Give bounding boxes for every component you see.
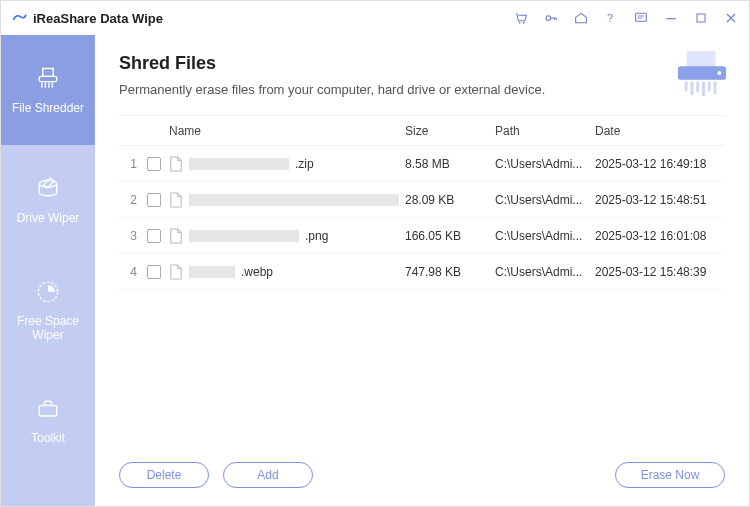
sidebar-item-file-shredder[interactable]: File Shredder: [1, 35, 95, 145]
free-space-wiper-icon: [34, 278, 62, 306]
footer-actions: Delete Add Erase Now: [119, 448, 725, 492]
file-suffix: .zip: [295, 157, 314, 171]
file-suffix: .webp: [241, 265, 273, 279]
svg-rect-4: [636, 13, 647, 21]
file-shredder-icon: [34, 65, 62, 93]
home-icon[interactable]: [573, 10, 589, 26]
row-name: .zip: [165, 156, 405, 172]
feedback-icon[interactable]: [633, 10, 649, 26]
file-icon: [169, 264, 183, 280]
sidebar-item-drive-wiper[interactable]: Drive Wiper: [1, 145, 95, 255]
svg-text:?: ?: [607, 12, 613, 24]
cart-icon[interactable]: [513, 10, 529, 26]
sidebar: File Shredder Drive Wiper Free Space Wip…: [1, 35, 95, 506]
row-size: 8.58 MB: [405, 157, 495, 171]
table-header: Name Size Path Date: [119, 116, 725, 146]
row-date: 2025-03-12 16:49:18: [595, 157, 725, 171]
row-date: 2025-03-12 16:01:08: [595, 229, 725, 243]
svg-point-1: [523, 22, 525, 24]
sidebar-item-free-space-wiper[interactable]: Free Space Wiper: [1, 255, 95, 365]
row-name: .png: [165, 228, 405, 244]
delete-button[interactable]: Delete: [119, 462, 209, 488]
file-suffix: .png: [305, 229, 328, 243]
file-table: Name Size Path Date 1.zip8.58 MBC:\Users…: [119, 115, 725, 448]
table-row[interactable]: 228.09 KBC:\Users\Admi...2025-03-12 15:4…: [119, 182, 725, 218]
erase-now-button[interactable]: Erase Now: [615, 462, 725, 488]
row-path: C:\Users\Admi...: [495, 193, 595, 207]
row-checkbox[interactable]: [147, 265, 161, 279]
file-icon: [169, 156, 183, 172]
row-name: .webp: [165, 264, 405, 280]
row-index: 4: [119, 265, 143, 279]
toolkit-icon: [34, 395, 62, 423]
col-size[interactable]: Size: [405, 124, 495, 138]
svg-rect-18: [714, 82, 717, 95]
row-checkbox[interactable]: [147, 193, 161, 207]
sidebar-item-label: Drive Wiper: [17, 211, 80, 225]
table-row[interactable]: 3.png166.05 KBC:\Users\Admi...2025-03-12…: [119, 218, 725, 254]
shredder-illustration: [673, 49, 731, 99]
row-size: 28.09 KB: [405, 193, 495, 207]
row-index: 3: [119, 229, 143, 243]
redacted-name: [189, 230, 299, 242]
brand-icon: [11, 10, 27, 26]
brand: iReaShare Data Wipe: [11, 10, 163, 26]
redacted-name: [189, 266, 235, 278]
row-path: C:\Users\Admi...: [495, 229, 595, 243]
maximize-icon[interactable]: [693, 10, 709, 26]
sidebar-item-toolkit[interactable]: Toolkit: [1, 365, 95, 475]
svg-rect-6: [39, 76, 57, 81]
row-index: 2: [119, 193, 143, 207]
svg-rect-14: [690, 82, 693, 95]
svg-rect-15: [696, 82, 699, 93]
row-index: 1: [119, 157, 143, 171]
row-date: 2025-03-12 15:48:51: [595, 193, 725, 207]
drive-wiper-icon: [34, 175, 62, 203]
svg-rect-16: [702, 82, 705, 96]
row-checkbox[interactable]: [147, 157, 161, 171]
sidebar-item-label: Toolkit: [31, 431, 65, 445]
table-row[interactable]: 4.webp747.98 KBC:\Users\Admi...2025-03-1…: [119, 254, 725, 290]
window-controls: ?: [513, 10, 739, 26]
help-icon[interactable]: ?: [603, 10, 619, 26]
row-date: 2025-03-12 15:48:39: [595, 265, 725, 279]
page-subtitle: Permanently erase files from your comput…: [119, 82, 725, 97]
svg-point-0: [519, 22, 521, 24]
row-path: C:\Users\Admi...: [495, 157, 595, 171]
app-title: iReaShare Data Wipe: [33, 11, 163, 26]
redacted-name: [189, 158, 289, 170]
minimize-icon[interactable]: [663, 10, 679, 26]
svg-rect-13: [685, 82, 688, 92]
close-icon[interactable]: [723, 10, 739, 26]
svg-point-12: [717, 71, 721, 75]
title-bar: iReaShare Data Wipe ?: [1, 1, 749, 35]
row-checkbox[interactable]: [147, 229, 161, 243]
col-name[interactable]: Name: [165, 124, 405, 138]
svg-rect-5: [697, 14, 705, 22]
svg-rect-17: [708, 82, 711, 92]
col-path[interactable]: Path: [495, 124, 595, 138]
row-size: 747.98 KB: [405, 265, 495, 279]
row-path: C:\Users\Admi...: [495, 265, 595, 279]
sidebar-item-label: File Shredder: [12, 101, 84, 115]
file-icon: [169, 192, 183, 208]
svg-rect-9: [39, 406, 57, 417]
add-button[interactable]: Add: [223, 462, 313, 488]
row-name: [165, 192, 405, 208]
file-icon: [169, 228, 183, 244]
redacted-name: [189, 194, 399, 206]
row-size: 166.05 KB: [405, 229, 495, 243]
main-panel: Shred Files Permanently erase files from…: [95, 35, 749, 506]
col-date[interactable]: Date: [595, 124, 725, 138]
svg-point-2: [546, 16, 551, 21]
page-title: Shred Files: [119, 53, 725, 74]
table-row[interactable]: 1.zip8.58 MBC:\Users\Admi...2025-03-12 1…: [119, 146, 725, 182]
sidebar-item-label: Free Space Wiper: [1, 314, 95, 342]
key-icon[interactable]: [543, 10, 559, 26]
